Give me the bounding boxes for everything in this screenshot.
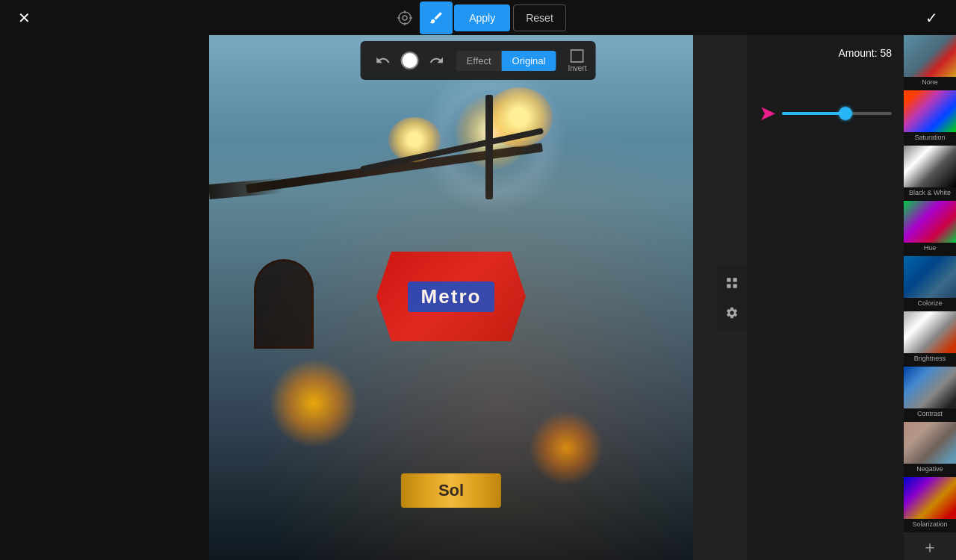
close-button[interactable]: ✕ [12, 6, 36, 30]
effect-item-brightness[interactable]: Brightness [904, 311, 956, 367]
warm-overlay [209, 35, 693, 560]
amount-label: Amount: 58 [759, 47, 892, 59]
effect-original-toggle: Effect Original [456, 51, 556, 71]
invert-checkbox[interactable] [571, 49, 584, 63]
effect-tab[interactable]: Effect [456, 51, 502, 71]
effect-item-bw[interactable]: Black & White [904, 146, 956, 201]
effect-label-solarization: Solarization [912, 519, 947, 529]
checkmark-icon: ✓ [925, 9, 938, 27]
effect-thumb-contrast [904, 367, 956, 408]
add-effect-button[interactable]: ＋ [904, 532, 956, 560]
effect-label-negative: Negative [916, 464, 943, 474]
float-toolbar: Effect Original Invert [361, 41, 596, 80]
invert-label: Invert [568, 64, 586, 72]
effect-label-contrast: Contrast [917, 408, 943, 419]
slider-fill [782, 112, 845, 115]
effect-item-contrast[interactable]: Contrast [904, 367, 956, 422]
toolbar-right: ✓ [920, 6, 944, 30]
apply-button[interactable]: Apply [454, 4, 510, 31]
metro-scene: Metro Sol [209, 35, 693, 560]
svg-point-1 [403, 16, 407, 20]
top-toolbar: ✕ Apply Reset ✓ [0, 0, 956, 35]
pink-arrow-icon: ➤ [759, 101, 776, 125]
effect-item-colorize[interactable]: Colorize [904, 256, 956, 311]
effect-thumb-negative [904, 422, 956, 464]
effects-panel: None Saturation Black & White Hue Colori… [904, 35, 956, 560]
undo-button[interactable] [370, 47, 397, 74]
effect-label-brightness: Brightness [914, 353, 946, 364]
effect-thumb-brightness [904, 311, 956, 353]
canvas-area: Metro Sol [209, 35, 747, 560]
right-controls: Amount: 58 ➤ [747, 35, 904, 560]
canvas-side-icons [717, 265, 747, 331]
confirm-button[interactable]: ✓ [920, 6, 944, 30]
close-icon: ✕ [18, 9, 31, 27]
left-panel [0, 35, 209, 560]
target-icon[interactable] [390, 3, 420, 33]
effect-thumb-solarization [904, 477, 956, 519]
slider-thumb[interactable] [839, 107, 852, 120]
redo-button[interactable] [423, 47, 450, 74]
toolbar-center: Apply Reset [390, 1, 566, 34]
toolbar-left: ✕ [12, 6, 36, 30]
effect-thumb-hue [904, 201, 956, 243]
original-tab[interactable]: Original [502, 51, 556, 71]
effect-label-none: None [922, 77, 938, 87]
effect-thumb-colorize [904, 256, 956, 298]
brush-button[interactable] [420, 1, 453, 34]
plus-icon: ＋ [922, 536, 938, 559]
invert-area: Invert [568, 49, 586, 72]
effect-item-none[interactable]: None [904, 35, 956, 90]
circle-select[interactable] [397, 47, 423, 74]
settings-icon[interactable] [720, 301, 744, 325]
effect-item-hue[interactable]: Hue [904, 201, 956, 256]
grid-icon[interactable] [720, 271, 744, 295]
effect-item-negative[interactable]: Negative [904, 422, 956, 477]
effect-thumb-bw [904, 146, 956, 187]
amount-slider-track[interactable] [782, 112, 892, 115]
effect-label-bw: Black & White [909, 187, 951, 198]
main-content: Metro Sol [0, 35, 956, 560]
effect-label-colorize: Colorize [917, 298, 942, 308]
effect-thumb-none [904, 35, 956, 77]
slider-container: ➤ [759, 101, 892, 125]
effect-thumb-saturation [904, 90, 956, 132]
effect-label-hue: Hue [924, 243, 937, 253]
effect-item-solarization[interactable]: Solarization [904, 477, 956, 532]
effect-label-saturation: Saturation [914, 132, 945, 143]
svg-point-0 [399, 12, 411, 24]
effect-item-saturation[interactable]: Saturation [904, 90, 956, 146]
reset-button[interactable]: Reset [513, 4, 566, 31]
circle-icon [401, 52, 419, 69]
